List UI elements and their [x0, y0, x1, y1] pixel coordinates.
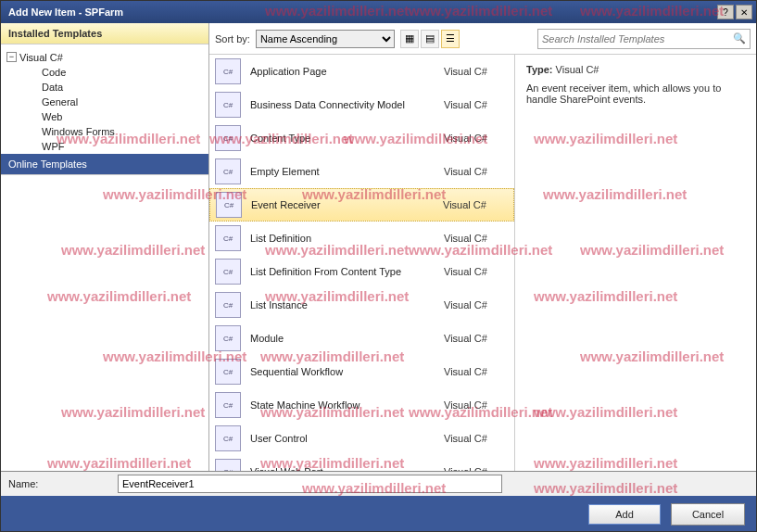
- template-icon: C#: [215, 125, 241, 151]
- template-item[interactable]: C#Business Data Connectivity ModelVisual…: [209, 88, 514, 121]
- installed-templates-header[interactable]: Installed Templates: [1, 23, 208, 44]
- template-icon: C#: [215, 425, 241, 451]
- template-name: Event Receiver: [251, 199, 443, 210]
- template-name: User Control: [250, 433, 444, 444]
- template-lang: Visual C#: [444, 66, 509, 77]
- template-icon: C#: [215, 292, 241, 318]
- template-lang: Visual C#: [444, 266, 509, 277]
- tree-node[interactable]: Code: [5, 65, 205, 80]
- name-input[interactable]: [118, 475, 502, 493]
- template-lang: Visual C#: [444, 99, 509, 110]
- template-lang: Visual C#: [444, 233, 509, 244]
- template-item[interactable]: C#User ControlVisual C#: [209, 422, 514, 455]
- button-row: Add Cancel: [1, 496, 756, 532]
- template-name: Business Data Connectivity Model: [250, 99, 444, 110]
- tree-node[interactable]: WPF: [5, 139, 205, 154]
- template-item[interactable]: C#List Definition From Content TypeVisua…: [209, 255, 514, 288]
- template-name: List Definition From Content Type: [250, 266, 444, 277]
- template-lang: Visual C#: [443, 199, 508, 210]
- cancel-button[interactable]: Cancel: [671, 503, 745, 526]
- name-row: Name:: [1, 472, 756, 496]
- template-name: Empty Element: [250, 166, 444, 177]
- template-icon: C#: [215, 359, 241, 385]
- add-button[interactable]: Add: [587, 503, 662, 526]
- search-icon: 🔍: [733, 32, 746, 44]
- template-item[interactable]: C#Application PageVisual C#: [209, 55, 514, 88]
- template-item[interactable]: C#Content TypeVisual C#: [209, 121, 514, 155]
- template-lang: Visual C#: [444, 366, 509, 377]
- template-item[interactable]: C#Sequential WorkflowVisual C#: [209, 355, 514, 388]
- window-title: Add New Item - SPFarm: [5, 6, 715, 18]
- template-icon: C#: [215, 225, 241, 251]
- type-value: Visual C#: [556, 64, 599, 75]
- close-button[interactable]: ✕: [736, 5, 752, 19]
- template-icon: C#: [215, 459, 241, 471]
- template-lang: Visual C#: [444, 433, 509, 444]
- search-input[interactable]: [542, 33, 733, 44]
- template-lang: Visual C#: [444, 333, 509, 344]
- sortby-label: Sort by:: [215, 33, 250, 44]
- template-tree: −Visual C# CodeDataGeneralWebWindows For…: [1, 44, 208, 154]
- template-name: Content Type: [250, 133, 444, 144]
- collapse-icon[interactable]: −: [6, 52, 17, 62]
- online-templates-header[interactable]: Online Templates: [1, 154, 208, 175]
- help-button[interactable]: ?: [717, 5, 734, 19]
- toolbar: Sort by: Name Ascending ▦ ▤ ☰ 🔍: [209, 23, 756, 55]
- template-item[interactable]: C#List InstanceVisual C#: [209, 288, 514, 322]
- tree-node[interactable]: Data: [5, 80, 205, 95]
- template-item[interactable]: C#State Machine WorkflowVisual C#: [209, 388, 514, 422]
- template-name: State Machine Workflow: [250, 399, 444, 411]
- view-medium-icons[interactable]: ▤: [421, 30, 439, 48]
- type-label: Type:: [526, 64, 553, 75]
- search-box[interactable]: 🔍: [537, 29, 751, 49]
- template-item[interactable]: C#List DefinitionVisual C#: [209, 222, 514, 255]
- template-item[interactable]: C#Visual Web PartVisual C#: [209, 455, 514, 471]
- template-icon: C#: [215, 392, 241, 418]
- sortby-select[interactable]: Name Ascending: [256, 30, 395, 48]
- sidebar: Installed Templates −Visual C# CodeDataG…: [1, 23, 209, 471]
- template-icon: C#: [215, 58, 241, 84]
- template-icon: C#: [215, 259, 241, 285]
- tree-node-visual-csharp[interactable]: −Visual C#: [5, 50, 205, 65]
- description-text: An event receiver item, which allows you…: [526, 82, 745, 105]
- template-item[interactable]: C#ModuleVisual C#: [209, 322, 514, 355]
- tree-node[interactable]: Windows Forms: [5, 124, 205, 139]
- template-lang: Visual C#: [444, 133, 509, 144]
- template-name: List Definition: [250, 233, 444, 244]
- name-label: Name:: [8, 478, 110, 489]
- view-details[interactable]: ☰: [441, 30, 460, 48]
- template-icon: C#: [215, 325, 241, 351]
- template-item[interactable]: C#Event ReceiverVisual C#: [209, 188, 514, 222]
- detail-pane: Type: Visual C# An event receiver item, …: [515, 55, 756, 471]
- template-icon: C#: [215, 92, 241, 118]
- template-name: Module: [250, 333, 444, 344]
- template-lang: Visual C#: [444, 466, 509, 471]
- template-name: List Instance: [250, 299, 444, 310]
- tree-node[interactable]: Web: [5, 109, 205, 124]
- template-lang: Visual C#: [444, 299, 509, 310]
- template-lang: Visual C#: [444, 166, 509, 177]
- template-lang: Visual C#: [444, 399, 509, 411]
- template-name: Visual Web Part: [250, 466, 444, 471]
- template-icon: C#: [216, 192, 242, 218]
- template-name: Application Page: [250, 66, 444, 77]
- template-icon: C#: [215, 158, 241, 184]
- view-small-icons[interactable]: ▦: [400, 30, 419, 48]
- template-item[interactable]: C#Empty ElementVisual C#: [209, 155, 514, 188]
- tree-node[interactable]: General: [5, 95, 205, 109]
- titlebar: Add New Item - SPFarm ? ✕: [1, 1, 756, 23]
- template-name: Sequential Workflow: [250, 366, 444, 377]
- item-list[interactable]: C#Application PageVisual C#C#Business Da…: [209, 55, 515, 471]
